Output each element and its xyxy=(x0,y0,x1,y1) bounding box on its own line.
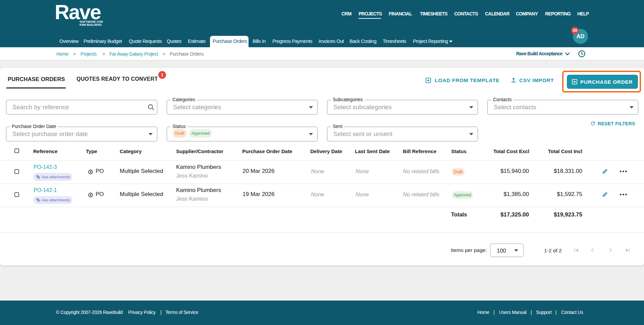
svg-text:$: $ xyxy=(90,170,92,174)
svg-text:$: $ xyxy=(90,193,92,197)
